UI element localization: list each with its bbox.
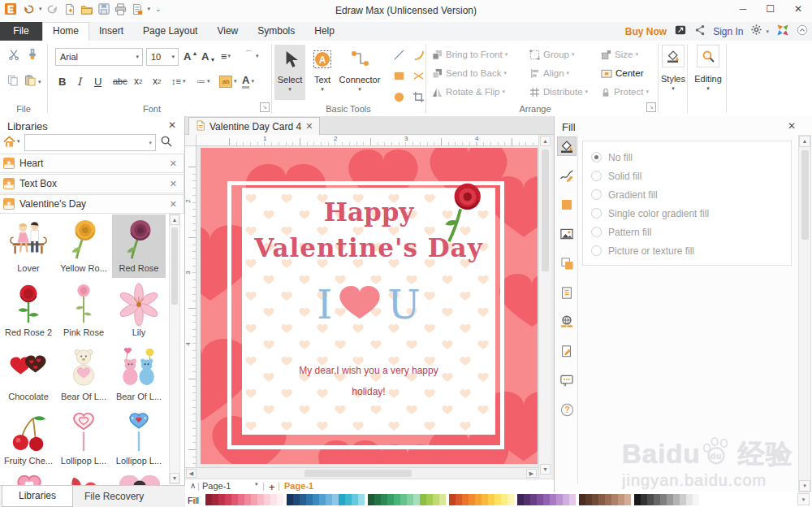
tab-libraries[interactable]: Libraries [2,486,73,507]
color-swatch[interactable] [225,494,231,505]
scroll-up-icon[interactable]: ▲ [540,136,551,146]
color-swatch[interactable] [611,494,618,505]
canvas-viewport[interactable]: Happy Valentine's Day I U My dear,I wish… [197,146,538,467]
vertical-scrollbar[interactable]: ▲▼ [538,135,551,479]
page-selector[interactable]: Page-1 [202,481,231,491]
color-swatch[interactable] [231,494,238,505]
tool-select[interactable]: Select▾ [274,45,305,100]
arrange-group[interactable]: Group▾ [529,48,574,61]
radio-icon[interactable] [591,189,602,200]
format-painter-icon[interactable] [27,49,38,63]
search-icon[interactable] [160,135,173,151]
color-swatch[interactable] [212,494,218,505]
library-item[interactable]: Bear Of L... [112,343,166,406]
color-swatch[interactable] [686,494,693,505]
share-icon[interactable] [694,24,706,39]
section-close-icon[interactable]: ✕ [170,199,184,210]
radio-icon[interactable] [591,152,602,162]
fill-option-picture-or-texture-fill[interactable]: Picture or texture fill [591,241,791,260]
libraries-close-icon[interactable]: ✕ [168,119,176,131]
pagebar-collapse-icon[interactable]: ∧ [190,481,196,490]
color-swatch[interactable] [592,494,598,505]
settings-chevron-down-icon[interactable]: ▾ [766,28,769,35]
color-swatch[interactable] [488,494,495,505]
color-swatch[interactable] [264,494,270,505]
fill-option-solid-fill[interactable]: Solid fill [591,167,791,185]
color-swatch[interactable] [508,494,514,505]
library-scrollbar[interactable]: ▲▼ [169,214,180,484]
arrange-dialog-launcher[interactable]: ↘ [646,102,656,112]
font-dialog-launcher[interactable]: ↘ [260,102,270,112]
undo-icon[interactable] [22,3,34,15]
save-icon[interactable] [98,3,110,15]
copy-icon[interactable] [7,75,19,89]
color-swatch[interactable] [634,494,641,505]
color-swatch[interactable] [374,494,381,505]
doc-edit-icon[interactable] [557,341,577,361]
color-swatch[interactable] [537,494,543,505]
color-swatch[interactable] [244,494,251,505]
arrange-send-to-back[interactable]: Send to Back▾ [432,67,507,80]
heart-iou-thumbnail[interactable] [2,471,57,485]
color-swatch[interactable] [238,494,244,505]
color-swatch[interactable] [673,494,680,505]
valentine-card[interactable]: Happy Valentine's Day I U My dear,I wish… [201,148,538,464]
arrange-align[interactable]: Align▾ [529,67,569,80]
doc-list-icon[interactable] [557,283,577,302]
color-swatch[interactable] [426,494,433,505]
color-swatch[interactable] [387,494,394,505]
menu-tab-file[interactable]: File [0,22,42,41]
tab-file-recovery[interactable]: File Recovery [84,491,144,502]
library-item[interactable]: Red Rose [112,214,166,278]
text-align-icon[interactable]: ≡▾ [221,48,230,64]
strikethrough-button[interactable]: abc [113,73,127,89]
fill-option-single-color-gradient-fill[interactable]: Single color gradient fill [591,204,791,223]
library-item[interactable]: Pink Rose [57,279,110,342]
library-item[interactable]: Yellow Ro... [57,214,110,278]
color-swatch[interactable] [368,494,374,505]
color-swatch[interactable] [205,494,212,505]
color-swatch[interactable] [433,494,439,505]
export-icon[interactable] [132,3,143,15]
shrink-font-button[interactable]: A▼ [201,48,215,64]
arrange-protect[interactable]: Protect▾ [601,85,649,98]
color-swatch[interactable] [660,494,667,505]
color-swatch[interactable] [598,494,605,505]
color-swatch[interactable] [680,494,686,505]
bullet-list-icon[interactable]: ≔▾ [197,73,210,89]
arc-tool-icon[interactable] [411,47,425,62]
library-item[interactable]: Lollipop L... [112,407,166,470]
sign-in-link[interactable]: Sign In [713,26,743,37]
styles-button[interactable]: Styles▾ [659,45,687,100]
color-swatch[interactable] [569,494,576,505]
editing-button[interactable]: Editing▾ [690,45,726,100]
fill-panel-close-icon[interactable]: ✕ [788,120,796,132]
page-selector-chevron-down-icon[interactable]: ▾ [255,481,258,488]
font-size-select[interactable]: 10▾ [146,48,179,66]
present-icon[interactable] [674,24,687,39]
color-swatch[interactable] [550,494,556,505]
library-item[interactable]: Bear Of L... [57,343,110,406]
color-swatch[interactable] [400,494,407,505]
pink-bears-thumbnail[interactable] [112,471,167,485]
color-swatch[interactable] [624,494,631,505]
color-swatch[interactable] [693,494,699,505]
scrollbar-down-icon[interactable]: ▾ [797,493,810,505]
library-search-input[interactable]: ▾ [24,134,156,151]
color-swatch[interactable] [313,494,319,505]
color-swatch[interactable] [641,494,647,505]
color-swatch[interactable] [300,494,306,505]
globe-link-icon[interactable] [557,312,577,332]
fill-option-pattern-fill[interactable]: Pattern fill [591,223,791,241]
color-swatch[interactable] [439,494,446,505]
arrange-size[interactable]: Size▾ [601,48,638,61]
library-section-valentine-s-day[interactable]: ★Valentine's Day✕ [0,194,184,214]
scroll-up-icon[interactable]: ▲ [170,214,179,225]
library-home-icon[interactable]: ▾ [2,135,20,148]
highlight-color-icon[interactable]: ab▾ [219,73,237,89]
color-swatch[interactable] [218,494,225,505]
underline-button[interactable]: U [94,73,102,89]
color-swatch[interactable] [517,494,524,505]
picture-icon[interactable] [557,224,577,244]
library-item[interactable]: Lover [2,214,55,278]
